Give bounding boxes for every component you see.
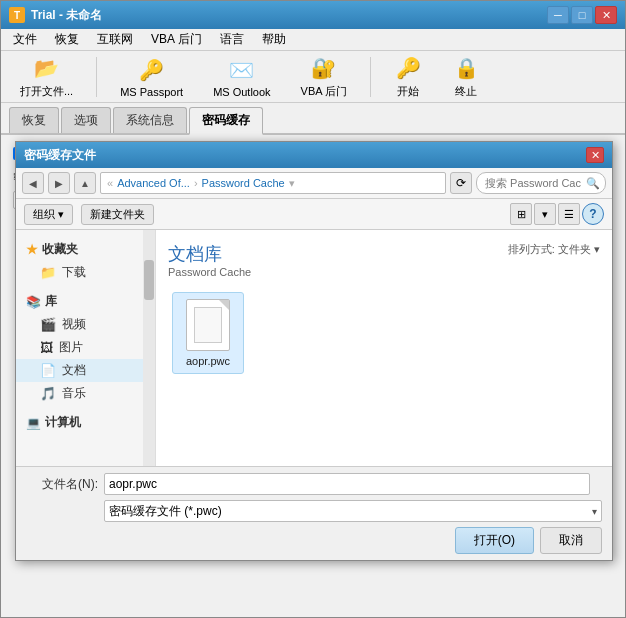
dialog-actions: 打开(O) 取消 [26, 527, 602, 554]
menu-internet[interactable]: 互联网 [89, 29, 141, 50]
filetype-row: 密码缓存文件 (*.pwc) ▾ [26, 500, 602, 522]
vba-label: VBA 后门 [301, 84, 347, 99]
menu-vba[interactable]: VBA 后门 [143, 29, 210, 50]
search-wrapper: 🔍 [476, 172, 606, 194]
organize-button[interactable]: 组织 ▾ [24, 204, 73, 225]
new-folder-button[interactable]: 新建文件夹 [81, 204, 154, 225]
start-label: 开始 [397, 84, 419, 99]
view-details-button[interactable]: ☰ [558, 203, 580, 225]
stop-label: 终止 [455, 84, 477, 99]
library-title: 文档库 [168, 242, 251, 266]
menu-file[interactable]: 文件 [5, 29, 45, 50]
dialog-close-button[interactable]: ✕ [586, 147, 604, 163]
file-icon-inner [194, 307, 222, 343]
nav-panel: ★ 收藏夹 📁 下载 📚 库 🎬 视频 🖼 [16, 230, 156, 466]
nav-computer-label: 计算机 [45, 414, 81, 431]
tab-bar: 恢复 选项 系统信息 密码缓存 [1, 103, 625, 135]
dialog-title: 密码缓存文件 [24, 147, 96, 164]
app-icon: T [9, 7, 25, 23]
open-file-button[interactable]: 📂 打开文件... [9, 49, 84, 104]
nav-library[interactable]: 📚 库 [16, 290, 155, 313]
stop-icon: 🔒 [452, 54, 480, 82]
library-subtitle: Password Cache [168, 266, 251, 278]
toolbar-separator-2 [370, 57, 371, 97]
scrollbar-track [143, 230, 155, 466]
menu-help[interactable]: 帮助 [254, 29, 294, 50]
ms-passport-button[interactable]: 🔑 MS Passport [109, 51, 194, 103]
stop-button[interactable]: 🔒 终止 [441, 49, 491, 104]
app-title: Trial - 未命名 [31, 7, 102, 24]
dialog-title-bar: 密码缓存文件 ✕ [16, 142, 612, 168]
refresh-button[interactable]: ⟳ [450, 172, 472, 194]
address-bar: ◀ ▶ ▲ « Advanced Of... › Password Cache … [16, 168, 612, 199]
forward-button[interactable]: ▶ [48, 172, 70, 194]
download-folder-icon: 📁 [40, 265, 56, 280]
title-bar-left: T Trial - 未命名 [9, 7, 102, 24]
back-button[interactable]: ◀ [22, 172, 44, 194]
maximize-button[interactable]: □ [571, 6, 593, 24]
content-files: aopr.pwc [168, 288, 600, 378]
help-button[interactable]: ? [582, 203, 604, 225]
nav-music[interactable]: 🎵 音乐 [16, 382, 155, 405]
nav-pictures-label: 图片 [59, 339, 83, 356]
nav-favorites[interactable]: ★ 收藏夹 [16, 238, 155, 261]
nav-library-label: 库 [45, 293, 57, 310]
nav-music-label: 音乐 [62, 385, 86, 402]
library-icon: 📚 [26, 295, 41, 309]
app-window: T Trial - 未命名 ─ □ ✕ 文件 恢复 互联网 VBA 后门 语言 … [0, 0, 626, 618]
video-icon: 🎬 [40, 317, 56, 332]
cancel-button[interactable]: 取消 [540, 527, 602, 554]
filetype-value: 密码缓存文件 (*.pwc) [109, 503, 222, 520]
tab-sysinfo[interactable]: 系统信息 [113, 107, 187, 133]
file-name: aopr.pwc [186, 355, 230, 367]
tab-options[interactable]: 选项 [61, 107, 111, 133]
ms-outlook-label: MS Outlook [213, 86, 270, 98]
nav-computer[interactable]: 💻 计算机 [16, 411, 155, 434]
star-icon: ★ [26, 242, 38, 257]
tab-password-cache[interactable]: 密码缓存 [189, 107, 263, 135]
view-icon-button[interactable]: ⊞ [510, 203, 532, 225]
vba-icon: 🔐 [310, 54, 338, 82]
content-area: 文档库 Password Cache 排列方式: 文件夹 ▾ aopr.pwc [156, 230, 612, 466]
title-bar: T Trial - 未命名 ─ □ ✕ [1, 1, 625, 29]
toolbar-separator-1 [96, 57, 97, 97]
dropdown-arrow-icon: ▾ [592, 506, 597, 517]
ms-passport-icon: 🔑 [138, 56, 166, 84]
menu-restore[interactable]: 恢复 [47, 29, 87, 50]
dialog-bottom: 文件名(N): 密码缓存文件 (*.pwc) ▾ 打开(O) 取消 [16, 466, 612, 560]
address-path[interactable]: « Advanced Of... › Password Cache ▾ [100, 172, 446, 194]
file-icon [186, 299, 230, 351]
breadcrumb-password-cache[interactable]: Password Cache [202, 177, 285, 189]
sort-button[interactable]: 排列方式: 文件夹 ▾ [508, 242, 600, 257]
breadcrumb-dropdown-arrow[interactable]: ▾ [289, 177, 295, 190]
vba-button[interactable]: 🔐 VBA 后门 [290, 49, 358, 104]
menu-language[interactable]: 语言 [212, 29, 252, 50]
pictures-icon: 🖼 [40, 340, 53, 355]
dialog-toolbar: 组织 ▾ 新建文件夹 ⊞ ▾ ☰ ? [16, 199, 612, 230]
minimize-button[interactable]: ─ [547, 6, 569, 24]
nav-downloads[interactable]: 📁 下载 [16, 261, 155, 284]
ms-outlook-button[interactable]: ✉️ MS Outlook [202, 51, 281, 103]
filename-label: 文件名(N): [26, 476, 98, 493]
filetype-dropdown[interactable]: 密码缓存文件 (*.pwc) ▾ [104, 500, 602, 522]
computer-icon: 💻 [26, 416, 41, 430]
filename-input[interactable] [104, 473, 590, 495]
nav-pictures[interactable]: 🖼 图片 [16, 336, 155, 359]
scrollbar-thumb[interactable] [144, 260, 154, 300]
close-button[interactable]: ✕ [595, 6, 617, 24]
nav-documents[interactable]: 📄 文档 [16, 359, 155, 382]
breadcrumb-advanced-of[interactable]: Advanced Of... [117, 177, 190, 189]
view-dropdown-button[interactable]: ▾ [534, 203, 556, 225]
up-button[interactable]: ▲ [74, 172, 96, 194]
nav-videos[interactable]: 🎬 视频 [16, 313, 155, 336]
ms-passport-label: MS Passport [120, 86, 183, 98]
file-item-aopr-pwc[interactable]: aopr.pwc [172, 292, 244, 374]
start-button[interactable]: 🔑 开始 [383, 49, 433, 104]
music-icon: 🎵 [40, 386, 56, 401]
breadcrumb-sep-2: › [194, 177, 198, 189]
open-button[interactable]: 打开(O) [455, 527, 534, 554]
nav-videos-label: 视频 [62, 316, 86, 333]
tab-restore[interactable]: 恢复 [9, 107, 59, 133]
breadcrumb-sep-1: « [107, 177, 113, 189]
filename-row: 文件名(N): [26, 473, 602, 495]
